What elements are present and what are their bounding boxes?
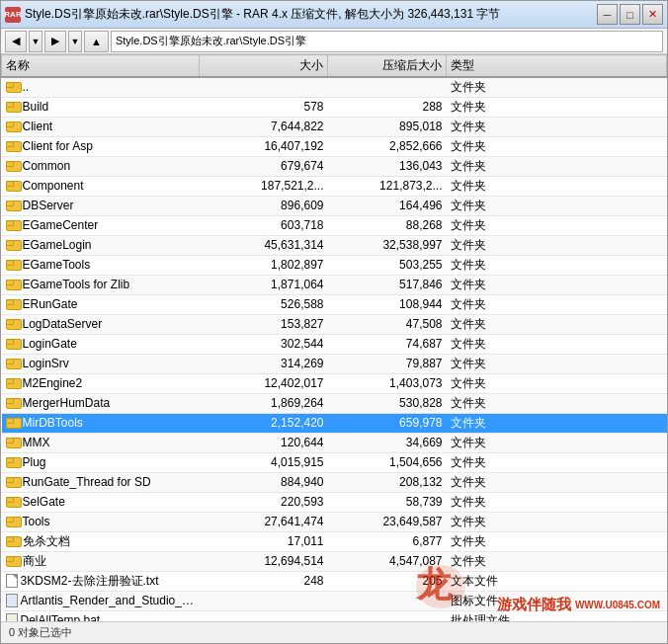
table-row[interactable]: LoginGate302,54474,687文件夹 [2, 334, 667, 354]
back-dropdown[interactable]: ▼ [29, 31, 42, 52]
table-row[interactable]: Component187,521,2...121,873,2...文件夹 [2, 176, 667, 196]
folder-icon [6, 220, 20, 231]
maximize-button[interactable]: □ [620, 4, 640, 25]
cell-csize: 6,877 [328, 531, 447, 551]
cell-csize: 659,978 [328, 413, 447, 433]
cell-type: 批处理文件 [447, 610, 667, 621]
table-row[interactable]: Artlantis_Render_and_Studio_128px_112000… [2, 591, 667, 610]
table-row[interactable]: Common679,674136,043文件夹 [2, 156, 667, 176]
cell-name: MergerHumData [2, 393, 200, 413]
cell-name-text: EGameTools for Zlib [23, 278, 130, 291]
table-row[interactable]: Build578288文件夹 [2, 97, 667, 117]
folder-icon [6, 82, 20, 93]
cell-type: 文件夹 [447, 354, 667, 373]
folder-icon [6, 280, 20, 290]
path-bar[interactable]: Style.DS引擎原始未改.rar\Style.DS引擎 [111, 31, 663, 52]
cell-size: 2,152,420 [200, 413, 328, 433]
table-row[interactable]: Plug4,015,9151,504,656文件夹 [2, 452, 667, 472]
minimize-button[interactable]: ─ [597, 4, 618, 25]
cell-name-text: ERunGate [23, 297, 78, 311]
table-row[interactable]: EGameTools for Zlib1,871,064517,846文件夹 [2, 275, 667, 294]
cell-size: 1,802,897 [200, 255, 328, 275]
forward-button[interactable]: ▶ [44, 31, 66, 52]
cell-name: LogDataServer [2, 314, 200, 334]
table-row[interactable]: ..文件夹 [2, 77, 667, 98]
cell-csize: 74,687 [328, 334, 447, 354]
cell-name-text: Plug [23, 455, 46, 469]
table-row[interactable]: 商业12,694,5144,547,087文件夹 [2, 551, 667, 571]
cell-name-text: EGameLogin [23, 238, 92, 252]
col-header-csize[interactable]: 压缩后大小 [328, 55, 447, 77]
cell-type: 文件夹 [447, 334, 667, 354]
up-button[interactable]: ▲ [84, 31, 109, 52]
col-header-name[interactable]: 名称 [2, 55, 200, 77]
cell-csize: 503,255 [328, 255, 447, 275]
cell-size: 302,544 [200, 334, 328, 354]
close-button[interactable]: ✕ [642, 4, 663, 25]
table-row[interactable]: MirDBTools2,152,420659,978文件夹 [2, 413, 667, 433]
cell-size: 314,269 [200, 354, 328, 373]
table-row[interactable]: Client7,644,822895,018文件夹 [2, 117, 667, 136]
folder-icon [6, 240, 20, 251]
cell-size: 578 [200, 97, 328, 117]
cell-name: ERunGate [2, 294, 200, 314]
cell-name: EGameTools [2, 255, 200, 275]
cell-name: EGameTools for Zlib [2, 275, 200, 294]
cell-name: .. [2, 77, 200, 98]
table-row[interactable]: LoginSrv314,26979,887文件夹 [2, 354, 667, 373]
cell-csize: 79,887 [328, 354, 447, 373]
folder-icon [6, 556, 20, 567]
cell-name: M2Engine2 [2, 373, 200, 393]
table-row[interactable]: DelAllTemp.bat批处理文件 [2, 610, 667, 621]
cell-name: 免杀文档 [2, 531, 200, 551]
table-row[interactable]: 免杀文档17,0116,877文件夹 [2, 531, 667, 551]
cell-name: 3KDSM2-去除注册验证.txt [2, 571, 200, 591]
cell-size: 27,641,474 [200, 512, 328, 531]
cell-name-text: 3KDSM2-去除注册验证.txt [21, 574, 159, 588]
cell-name: DelAllTemp.bat [2, 610, 200, 621]
cell-name: DBServer [2, 196, 200, 215]
cell-name: Tools [2, 512, 200, 531]
table-row[interactable]: 3KDSM2-去除注册验证.txt248205文本文件 [2, 571, 667, 591]
table-row[interactable]: Tools27,641,47423,649,587文件夹 [2, 512, 667, 531]
folder-icon [6, 477, 20, 488]
app-icon: RAR [5, 7, 21, 23]
folder-icon [6, 457, 20, 468]
cell-type: 文件夹 [447, 393, 667, 413]
table-row[interactable]: LogDataServer153,82747,508文件夹 [2, 314, 667, 334]
window-controls: ─ □ ✕ [597, 4, 663, 25]
col-header-size[interactable]: 大小 [200, 55, 328, 77]
cell-size: 526,588 [200, 294, 328, 314]
table-row[interactable]: RunGate_Thread for SD884,940208,132文件夹 [2, 472, 667, 492]
back-button[interactable]: ◀ [5, 31, 27, 52]
file-list[interactable]: 名称 大小 压缩后大小 类型 ..文件夹Build578288文件夹Client… [1, 54, 667, 621]
cell-csize [328, 77, 447, 98]
cell-csize: 121,873,2... [328, 176, 447, 196]
cell-size: 17,011 [200, 531, 328, 551]
cell-size: 4,015,915 [200, 452, 328, 472]
cell-name-text: SelGate [23, 495, 65, 509]
table-row[interactable]: MMX120,64434,669文件夹 [2, 433, 667, 452]
cell-name: Build [2, 97, 200, 117]
folder-icon [6, 536, 20, 547]
cell-csize: 205 [328, 571, 447, 591]
cell-size: 12,694,514 [200, 551, 328, 571]
forward-dropdown[interactable]: ▼ [68, 31, 82, 52]
table-row[interactable]: M2Engine212,402,0171,403,073文件夹 [2, 373, 667, 393]
cell-type: 文本文件 [447, 571, 667, 591]
table-row[interactable]: ERunGate526,588108,944文件夹 [2, 294, 667, 314]
cell-name: LoginGate [2, 334, 200, 354]
table-row[interactable]: SelGate220,59358,739文件夹 [2, 492, 667, 512]
window-title: Style.DS引擎原始未改.rar\Style.DS引擎 - RAR 4.x … [25, 6, 597, 23]
table-row[interactable]: DBServer896,609164,496文件夹 [2, 196, 667, 215]
table-row[interactable]: EGameCenter603,71888,268文件夹 [2, 215, 667, 235]
table-row[interactable]: Client for Asp16,407,1922,852,666文件夹 [2, 136, 667, 156]
col-header-type[interactable]: 类型 [447, 55, 667, 77]
table-row[interactable]: MergerHumData1,869,264530,828文件夹 [2, 393, 667, 413]
cell-name-text: Common [23, 159, 71, 173]
table-row[interactable]: EGameLogin45,631,31432,538,997文件夹 [2, 235, 667, 255]
cell-csize: 895,018 [328, 117, 447, 136]
cell-csize: 530,828 [328, 393, 447, 413]
cell-type: 文件夹 [447, 512, 667, 531]
table-row[interactable]: EGameTools1,802,897503,255文件夹 [2, 255, 667, 275]
